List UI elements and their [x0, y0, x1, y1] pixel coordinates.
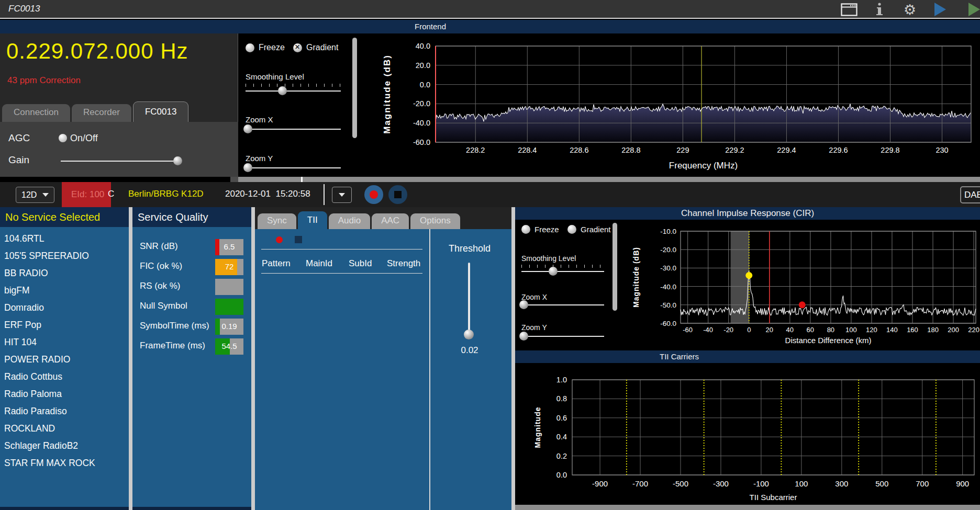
main-section: No Service Selected 104.6RTL 105'5 SPREE… [0, 207, 980, 510]
service-item[interactable]: ROCKLAND [0, 420, 129, 437]
freeze-checkbox[interactable] [246, 43, 254, 52]
settings-gear-icon[interactable]: ⚙ [901, 2, 918, 17]
zoom-y-knob[interactable] [243, 163, 252, 172]
tab-sync[interactable]: Sync [258, 213, 296, 229]
zoom-x-slider[interactable] [246, 129, 341, 130]
service-item[interactable]: Radio Cottbus [0, 368, 129, 386]
zoom-x-knob[interactable] [519, 300, 528, 309]
svg-text:-100: -100 [753, 479, 769, 488]
gradient-checkbox[interactable] [293, 43, 302, 52]
svg-text:229.2: 229.2 [725, 146, 744, 154]
zoom-y-slider[interactable] [246, 167, 341, 168]
panel-splitter[interactable] [511, 207, 515, 510]
service-item[interactable]: HIT 104 [0, 334, 129, 351]
gradient-checkbox[interactable] [567, 225, 576, 234]
tuner-panel: 0.229.072.000 Hz 43 ppm Correction Conne… [0, 33, 238, 177]
zoom-x-slider[interactable] [521, 304, 604, 305]
service-item[interactable]: 105'5 SPREERADIO [0, 247, 129, 265]
gain-label: Gain [8, 154, 29, 166]
svg-text:-60.0: -60.0 [413, 138, 430, 146]
stop-button[interactable] [388, 185, 407, 204]
threshold-slider[interactable] [468, 263, 470, 336]
tab-audio[interactable]: Audio [329, 213, 370, 229]
service-quality-header: Service Quality [132, 207, 251, 227]
smoothing-slider[interactable] [246, 90, 341, 92]
zoom-y-knob[interactable] [519, 332, 528, 341]
tab-aac[interactable]: AAC [372, 213, 409, 229]
tii-tab-content: Pattern MainId SubId Strength Threshold … [255, 229, 511, 510]
quality-row-snr: SNR (dB) 6.5 [132, 237, 251, 257]
service-item[interactable]: bigFM [0, 282, 129, 299]
svg-text:-700: -700 [632, 479, 648, 488]
frontend-hscrollbar[interactable] [238, 177, 980, 182]
tab-recorder[interactable]: Recorder [72, 104, 131, 122]
play-icon[interactable] [932, 2, 949, 17]
svg-text:-30.0: -30.0 [660, 264, 676, 272]
cir-header: Channel Impulse Response (CIR) [515, 207, 980, 220]
svg-text:0.0: 0.0 [420, 81, 430, 89]
quality-bar: 54.5 [215, 338, 243, 355]
info-icon[interactable] [871, 2, 888, 17]
controls-scrollbar[interactable] [612, 223, 617, 311]
application-window: FC0013 ⚙ Frontend 0.229.072.000 Hz 43 pp… [0, 0, 980, 510]
svg-text:0: 0 [747, 326, 751, 334]
zoom-x-knob[interactable] [243, 124, 252, 133]
svg-text:228.4: 228.4 [518, 146, 537, 154]
svg-text:60: 60 [807, 326, 814, 334]
zoom-y-slider[interactable] [521, 336, 604, 337]
service-item[interactable]: Radio Paloma [0, 386, 129, 403]
svg-text:228.6: 228.6 [570, 146, 588, 154]
tab-connection[interactable]: Connection [2, 104, 70, 122]
gain-slider-knob[interactable] [173, 156, 182, 165]
svg-text:TII Subcarrier: TII Subcarrier [750, 493, 797, 502]
ensemble-id-badge: EId: 100 [62, 182, 111, 207]
record-button[interactable] [364, 185, 383, 204]
record-options-dropdown[interactable] [332, 187, 352, 203]
smoothing-knob[interactable] [278, 86, 287, 95]
service-item[interactable]: POWER RADIO [0, 351, 129, 368]
channel-select[interactable]: 12D [16, 187, 54, 203]
threshold-slider-knob[interactable] [464, 330, 474, 339]
layout-window-icon[interactable] [841, 2, 858, 17]
panel-splitter[interactable] [129, 207, 132, 510]
service-item[interactable]: ERF Pop [0, 316, 129, 334]
quality-row-rs: RS (ok %) [132, 277, 251, 297]
cir-chart: -10.0-20.0-30.0-40.0-50.0-60.0-60-40-200… [618, 220, 980, 350]
tab-options[interactable]: Options [410, 213, 460, 229]
svg-text:0.8: 0.8 [556, 394, 567, 403]
service-item[interactable]: STAR FM MAX ROCK [0, 455, 129, 472]
panel-splitter[interactable] [251, 207, 255, 510]
svg-text:-40.0: -40.0 [413, 119, 430, 127]
dab-mode-button[interactable]: DAB [960, 186, 980, 203]
tab-tii[interactable]: TII [298, 211, 327, 229]
service-item[interactable]: Domradio [0, 299, 129, 316]
service-item[interactable]: Schlager RadioB2 [0, 437, 129, 455]
smoothing-knob[interactable] [549, 267, 558, 276]
tii-marker-square-icon [295, 236, 302, 243]
charts-hscrollbar[interactable] [515, 505, 980, 510]
service-item[interactable]: Radio Paradiso [0, 403, 129, 420]
smoothing-ticks [521, 265, 604, 268]
svg-text:228.2: 228.2 [466, 146, 485, 154]
freeze-label: Freeze [534, 225, 559, 234]
svg-text:-40: -40 [703, 326, 713, 334]
gradient-label: Gradient [581, 225, 611, 234]
svg-text:-60.0: -60.0 [660, 320, 676, 327]
play-secondary-icon[interactable] [962, 2, 979, 17]
service-item[interactable]: BB RADIO [0, 265, 129, 282]
agc-toggle-radio[interactable] [59, 134, 67, 142]
stop-icon [394, 191, 402, 198]
service-item[interactable]: 104.6RTL [0, 230, 129, 247]
spectrum-chart: 40.020.00.0-20.0-40.0-60.0228.2228.4228.… [361, 33, 980, 177]
window-title: FC0013 [8, 4, 40, 14]
gain-slider[interactable] [61, 161, 180, 162]
record-icon [370, 190, 378, 199]
controls-scrollbar[interactable] [352, 38, 357, 138]
tab-fc0013[interactable]: FC0013 [133, 101, 188, 122]
smoothing-slider[interactable] [521, 271, 604, 272]
zoom-y-label: Zoom Y [521, 323, 547, 332]
toolbar-separator [324, 184, 325, 205]
svg-text:229.6: 229.6 [829, 146, 848, 154]
freeze-checkbox[interactable] [521, 225, 530, 234]
svg-text:40.0: 40.0 [416, 42, 430, 50]
